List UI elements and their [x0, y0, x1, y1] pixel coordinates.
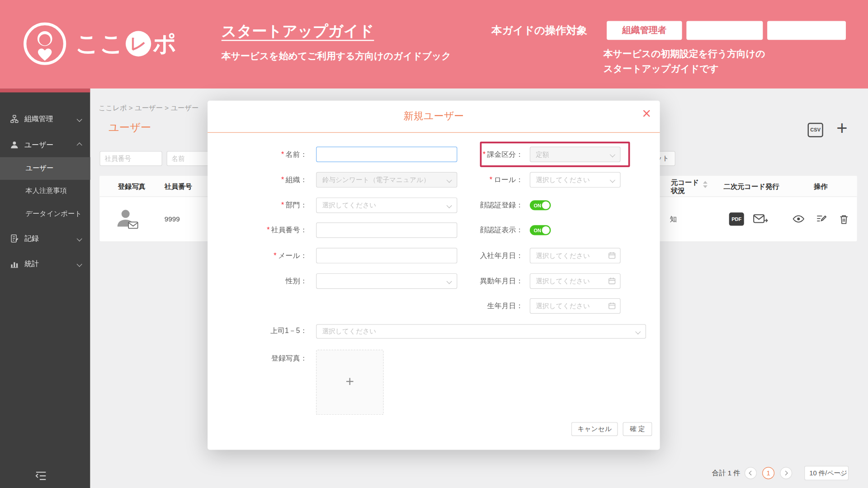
mail-label: *メール： — [219, 248, 307, 263]
guide-target-label: 本ガイドの操作対象 — [491, 23, 587, 38]
chevron-down-icon — [635, 329, 641, 334]
record-icon — [10, 234, 19, 243]
csv-export-icon[interactable]: CSV — [808, 123, 823, 137]
sidebar-subitem-personal-notes[interactable]: 本人注意事項 — [0, 180, 90, 202]
sidebar-item-org-management[interactable]: 組織管理 — [0, 106, 90, 131]
pagination-current-page[interactable]: 1 — [762, 467, 774, 479]
chevron-down-icon — [77, 116, 82, 122]
chevron-down-icon — [77, 236, 82, 241]
sidebar-top-accent — [0, 89, 90, 93]
chevron-up-icon — [77, 142, 82, 148]
role-button-2[interactable] — [686, 21, 763, 40]
calendar-icon — [609, 302, 616, 310]
page-size-select[interactable]: 10 件/ページ — [804, 466, 849, 480]
sidebar-subitem-label: データインポート — [25, 209, 82, 219]
chevron-right-icon — [783, 471, 788, 475]
sort-icons[interactable] — [703, 181, 708, 188]
role-button-org-admin[interactable]: 組織管理者 — [607, 21, 682, 40]
transfer-date-placeholder: 選択してください — [536, 274, 590, 288]
org-icon — [10, 114, 19, 123]
role-label: *ロール： — [434, 172, 523, 188]
billing-label: *課金区分： — [434, 146, 523, 162]
transfer-date-picker[interactable]: 選択してください — [530, 273, 621, 289]
search-emp-no-input[interactable] — [99, 151, 162, 166]
stats-icon — [10, 259, 19, 268]
sidebar-item-label: 記録 — [24, 234, 39, 244]
breadcrumb[interactable]: ここレポ > ユーザー > ユーザー — [99, 103, 198, 113]
col-header-qr-status: 元コード 状況 — [671, 176, 699, 197]
close-icon[interactable] — [642, 109, 651, 118]
cancel-button[interactable]: キャンセル — [571, 422, 618, 436]
boss-select[interactable]: 選択してください — [316, 324, 646, 339]
face-show-toggle[interactable]: ON — [530, 225, 551, 235]
pagination-next-button[interactable] — [780, 467, 792, 479]
boss-select-placeholder: 選択してください — [322, 325, 377, 338]
pdf-icon[interactable]: PDF — [729, 197, 744, 241]
mascot-icon — [22, 21, 67, 66]
org-label: *組織： — [219, 172, 307, 188]
add-user-button[interactable]: + — [836, 118, 847, 137]
logo-text: ここ レ ポ — [75, 28, 177, 59]
birth-date-picker[interactable]: 選択してください — [530, 298, 621, 314]
guide-description: 本サービスの初期設定を行う方向けの スタートアップガイドです — [604, 47, 765, 76]
birth-date-placeholder: 選択してください — [536, 299, 590, 313]
sidebar-item-users[interactable]: ユーザー — [0, 132, 90, 158]
chevron-down-icon — [610, 152, 615, 157]
view-icon[interactable] — [792, 197, 805, 241]
guide-title: スタートアップガイド — [222, 21, 451, 41]
boss-label: 上司1－5： — [219, 324, 307, 338]
sidebar-item-records[interactable]: 記録 — [0, 226, 90, 251]
pagination-total: 合計 1 件 — [712, 469, 741, 478]
face-show-label: 顔認証表示： — [434, 222, 523, 238]
col-header-actions: 操作 — [814, 176, 828, 197]
app-logo: ここ レ ポ — [22, 21, 177, 66]
face-reg-toggle[interactable]: ON — [530, 200, 551, 210]
col-header-qr-issue: 二次元コード発行 — [723, 176, 779, 197]
transfer-date-label: 異動年月日： — [434, 273, 523, 289]
sidebar-subitem-users[interactable]: ユーザー — [0, 157, 90, 180]
sidebar-item-label: ユーザー — [24, 140, 53, 150]
sidebar-subitem-data-import[interactable]: データインポート — [0, 202, 90, 225]
mail-send-icon[interactable] — [753, 197, 768, 241]
guide-description-line2: スタートアップガイドです — [604, 61, 765, 76]
user-icon — [10, 141, 19, 150]
calendar-icon — [609, 252, 616, 259]
modal-title: 新規ユーザー — [208, 101, 660, 133]
role-select-placeholder: 選択してください — [536, 173, 590, 187]
emp-no-label: *社員番号： — [219, 222, 307, 238]
chevron-down-icon — [610, 178, 615, 183]
logo-text-1: ここ — [75, 28, 124, 59]
role-select[interactable]: 選択してください — [530, 172, 621, 188]
toggle-on-label: ON — [533, 228, 541, 233]
col-header-emp-no: 社員番号 — [165, 176, 192, 197]
row-photo-cell — [116, 197, 139, 241]
sidebar-item-statistics[interactable]: 統計 — [0, 251, 90, 277]
calendar-icon — [609, 277, 616, 284]
pagination-prev-button[interactable] — [745, 467, 757, 479]
photo-label: 登録写真： — [219, 351, 307, 366]
guide-heading: スタートアップガイド 本サービスを始めてご利用する方向けのガイドブック — [222, 21, 451, 63]
toggle-knob — [542, 202, 550, 209]
photo-upload-box[interactable] — [316, 350, 383, 415]
dept-select-placeholder: 選択してください — [322, 198, 377, 212]
org-select-value: 鈴与シンワート（電子マニュアル） — [322, 173, 430, 187]
page-title: ユーザー — [108, 121, 151, 135]
delete-icon[interactable] — [839, 197, 849, 241]
col-header-qr-status-line2: 状況 — [671, 187, 699, 195]
edit-icon[interactable] — [816, 197, 827, 241]
row-qr-status-cell: 知 — [670, 197, 677, 241]
sort-asc-icon — [703, 181, 708, 183]
chevron-down-icon — [77, 261, 82, 267]
sidebar-subitem-label: 本人注意事項 — [25, 187, 67, 196]
sort-desc-icon — [703, 185, 708, 188]
join-date-label: 入社年月日： — [434, 248, 523, 263]
birth-date-label: 生年月日： — [434, 298, 523, 314]
join-date-picker[interactable]: 選択してください — [530, 248, 621, 263]
sidebar-collapse-icon[interactable] — [34, 469, 47, 482]
role-button-3[interactable] — [767, 21, 846, 40]
guide-description-line1: 本サービスの初期設定を行う方向けの — [604, 47, 765, 61]
toggle-knob — [542, 226, 550, 234]
app-header: ここ レ ポ スタートアップガイド 本サービスを始めてご利用する方向けのガイドブ… — [0, 0, 868, 89]
toggle-on-label: ON — [533, 203, 541, 208]
confirm-button[interactable]: 確 定 — [623, 422, 652, 436]
